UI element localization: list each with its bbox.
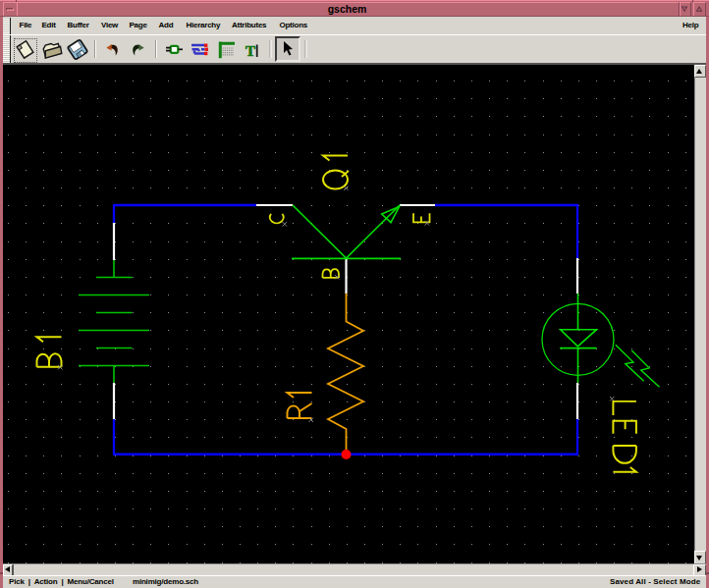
svg-text:T: T bbox=[245, 43, 255, 59]
